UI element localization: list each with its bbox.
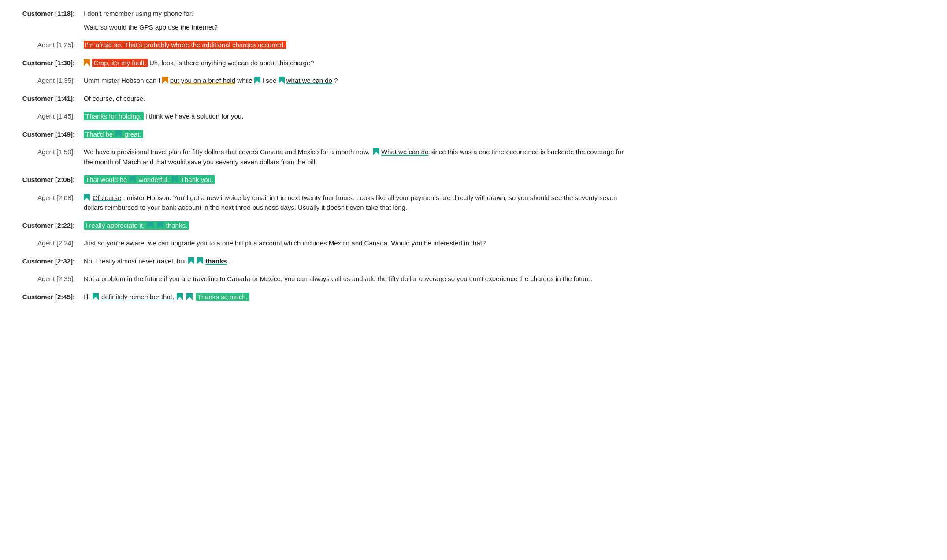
highlighted-text: put you on a brief hold	[170, 77, 235, 84]
speaker-label: Customer [1:30]:	[13, 58, 84, 67]
message-text: ?	[334, 77, 338, 84]
highlighted-text: I really appreciate it, thanks.	[84, 221, 189, 230]
bookmark-icon	[157, 222, 163, 232]
bookmark-icon	[177, 293, 183, 303]
message-row: Agent [2:35]: Not a problem in the futur…	[13, 274, 630, 284]
svg-marker-3	[279, 77, 285, 84]
message-row: Agent [1:45]: Thanks for holding. I thin…	[13, 111, 630, 122]
bookmark-icon	[93, 293, 99, 303]
speaker-label: Agent [1:45]:	[13, 111, 84, 120]
svg-marker-1	[162, 77, 168, 84]
highlighted-text: Thanks for holding.	[84, 112, 144, 120]
message-content: Umm mister Hobson can I put you on a bri…	[84, 76, 630, 86]
bookmark-icon	[115, 130, 122, 141]
bookmark-icon	[147, 222, 153, 232]
bookmark-icon	[186, 293, 193, 303]
highlighted-text: Thanks so much.	[196, 293, 249, 301]
bookmark-icon	[197, 257, 203, 267]
bookmark-icon	[254, 77, 260, 87]
message-content: I don't remember using my phone for. Wai…	[84, 9, 630, 32]
svg-marker-4	[115, 130, 122, 137]
message-text: .	[229, 257, 230, 265]
highlighted-text: thanks	[205, 257, 227, 265]
message-row: Customer [2:45]: I'll definitely remembe…	[13, 292, 630, 302]
svg-marker-11	[188, 257, 194, 264]
highlighted-text: What we can do	[381, 148, 429, 156]
message-row: Customer [2:22]: I really appreciate it,…	[13, 221, 630, 231]
message-text: Of course, of course.	[84, 95, 145, 102]
message-text: , mister Hobson. You'll get a new invoic…	[84, 194, 617, 211]
speaker-label: Agent [2:35]:	[13, 274, 84, 282]
speaker-label: Agent [2:08]:	[13, 193, 84, 201]
svg-marker-2	[254, 77, 260, 84]
message-content: I'm afraid so. That's probably where the…	[84, 40, 630, 50]
svg-marker-13	[93, 293, 99, 300]
speaker-label: Customer [1:18]:	[13, 9, 84, 17]
highlighted-text: I'm afraid so. That's probably where the…	[84, 41, 286, 49]
speaker-label: Customer [2:45]:	[13, 292, 84, 300]
highlighted-text: definitely remember that.	[101, 293, 174, 300]
message-line: I don't remember using my phone for.	[84, 9, 630, 19]
message-text: I see	[262, 77, 279, 84]
svg-marker-9	[147, 222, 153, 229]
message-content: That would be wonderful. Thank you.	[84, 175, 630, 185]
message-content: I really appreciate it, thanks.	[84, 221, 630, 231]
svg-marker-14	[177, 293, 183, 300]
message-content: Crap, it's my fault. Uh, look, is there …	[84, 58, 630, 68]
message-text: Umm mister Hobson can I	[84, 77, 162, 84]
bookmark-icon	[188, 257, 194, 267]
message-line: Wait, so would the GPS app use the Inter…	[84, 22, 630, 33]
conversation: Customer [1:18]: I don't remember using …	[13, 9, 630, 302]
speaker-label: Customer [1:41]:	[13, 94, 84, 102]
message-row: Agent [1:25]: I'm afraid so. That's prob…	[13, 40, 630, 50]
message-text: No, I really almost never travel, but	[84, 257, 188, 265]
message-content: I'll definitely remember that. Thanks so…	[84, 292, 630, 302]
svg-marker-10	[157, 222, 163, 229]
message-row: Agent [2:24]: Just so you're aware, we c…	[13, 238, 630, 248]
bookmark-icon	[373, 148, 379, 158]
speaker-label: Customer [2:32]:	[13, 256, 84, 265]
message-text: Not a problem in the future if you are t…	[84, 275, 592, 282]
message-row: Customer [1:18]: I don't remember using …	[13, 9, 630, 32]
message-content: That'd be great.	[84, 130, 630, 140]
svg-marker-8	[84, 194, 90, 201]
bookmark-icon	[130, 176, 136, 186]
bookmark-icon	[84, 194, 90, 204]
svg-marker-12	[197, 257, 203, 264]
message-content: No, I really almost never travel, but th…	[84, 256, 630, 267]
svg-marker-0	[84, 59, 90, 66]
bookmark-icon	[84, 59, 90, 69]
message-row: Customer [1:49]: That'd be great.	[13, 130, 630, 140]
speaker-label: Customer [1:49]:	[13, 130, 84, 138]
highlighted-text: Of course	[93, 194, 121, 201]
message-text: while	[237, 77, 254, 84]
bookmark-icon	[279, 77, 285, 87]
message-text: Just so you're aware, we can upgrade you…	[84, 239, 486, 247]
message-row: Agent [1:35]: Umm mister Hobson can I pu…	[13, 76, 630, 86]
message-content: We have a provisional travel plan for fi…	[84, 147, 630, 167]
message-row: Customer [1:30]: Crap, it's my fault. Uh…	[13, 58, 630, 68]
message-text: Uh, look, is there anything we can do ab…	[149, 59, 314, 67]
message-text: I'll	[84, 293, 92, 300]
message-content: Not a problem in the future if you are t…	[84, 274, 630, 284]
highlighted-text: That'd be great.	[84, 130, 143, 138]
message-content: Of course, of course.	[84, 94, 630, 104]
message-content: Of course , mister Hobson. You'll get a …	[84, 193, 630, 213]
svg-marker-7	[172, 176, 178, 183]
message-row: Customer [1:41]: Of course, of course.	[13, 94, 630, 104]
speaker-label: Customer [2:06]:	[13, 175, 84, 183]
highlighted-text: Crap, it's my fault.	[92, 59, 148, 67]
speaker-label: Agent [2:24]:	[13, 238, 84, 247]
message-row: Agent [2:08]: Of course , mister Hobson.…	[13, 193, 630, 213]
message-row: Customer [2:06]: That would be wonderful…	[13, 175, 630, 185]
speaker-label: Agent [1:35]:	[13, 76, 84, 84]
svg-marker-5	[373, 148, 379, 155]
svg-marker-15	[186, 293, 193, 300]
bookmark-icon	[162, 77, 168, 87]
message-text: We have a provisional travel plan for fi…	[84, 148, 624, 166]
speaker-label: Customer [2:22]:	[13, 221, 84, 229]
message-row: Customer [2:32]: No, I really almost nev…	[13, 256, 630, 267]
message-text: I think we have a solution for you.	[145, 112, 244, 120]
message-content: Thanks for holding. I think we have a so…	[84, 111, 630, 122]
message-row: Agent [1:50]: We have a provisional trav…	[13, 147, 630, 167]
